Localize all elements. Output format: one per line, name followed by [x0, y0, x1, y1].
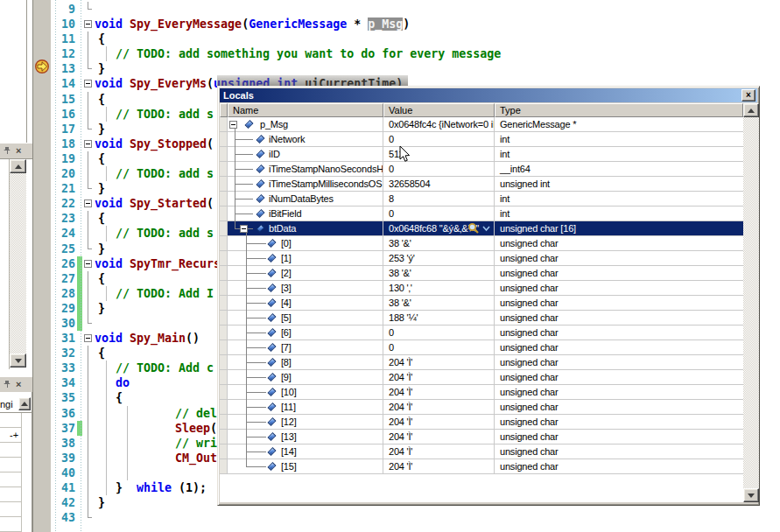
collapse-toggle-icon[interactable]	[84, 200, 92, 207]
row-margin	[220, 430, 228, 444]
value-cell[interactable]: 204 'Ì'	[383, 355, 495, 369]
value-cell[interactable]: 0	[383, 326, 495, 340]
list-item[interactable]	[0, 458, 22, 472]
value-cell[interactable]: 32658504	[383, 177, 495, 191]
locals-vertical-scrollbar[interactable]	[743, 103, 759, 502]
pin-icon[interactable]	[3, 380, 12, 389]
collapse-toggle-icon[interactable]	[84, 260, 92, 268]
list-item[interactable]: -+	[0, 428, 22, 443]
value-cell[interactable]: 0	[383, 132, 495, 146]
code-line[interactable]: 43	[52, 510, 780, 525]
locals-row[interactable]: [6]0unsigned char	[220, 326, 743, 340]
left-scrollbar[interactable]	[9, 159, 26, 369]
value-cell[interactable]: 130 '‚'	[383, 281, 495, 295]
outline-margin[interactable]	[82, 331, 95, 346]
value-cell[interactable]: 0	[383, 206, 495, 220]
locals-row[interactable]: [15]204 'Ì'unsigned char	[220, 459, 743, 474]
value-cell[interactable]: 0	[383, 340, 495, 354]
outline-margin[interactable]	[82, 136, 95, 151]
outline-margin[interactable]	[82, 17, 95, 32]
close-icon[interactable]: ×	[16, 380, 21, 389]
column-header-type[interactable]: Type	[495, 103, 743, 117]
scroll-down-button[interactable]	[10, 354, 26, 368]
locals-row[interactable]: [3]130 '‚'unsigned char	[220, 281, 743, 296]
scroll-track[interactable]	[743, 117, 759, 488]
collapse-toggle-icon[interactable]	[84, 334, 92, 342]
code-line[interactable]: 9	[52, 2, 780, 17]
value-cell[interactable]: 204 'Ì'	[383, 430, 495, 444]
code-line[interactable]: 12// TODO: add something you want to do …	[52, 46, 780, 61]
value-cell[interactable]: 204 'Ì'	[383, 459, 495, 473]
pin-icon[interactable]	[3, 146, 12, 156]
locals-row[interactable]: [2]38 '&'unsigned char	[220, 266, 743, 281]
locals-row[interactable]: [12]204 'Ì'unsigned char	[220, 415, 743, 430]
locals-row[interactable]: iID512int	[220, 147, 743, 162]
value-cell[interactable]: 8	[383, 192, 495, 206]
column-header-value[interactable]: Value	[383, 103, 495, 117]
value-cell[interactable]: 38 '&'	[383, 236, 495, 250]
breakpoint-margin[interactable]	[32, 0, 51, 532]
locals-row[interactable]: [1]253 'ý'unsigned char	[220, 251, 743, 266]
close-button[interactable]: ×	[741, 89, 755, 102]
value-cell[interactable]: 204 'Ì'	[383, 385, 495, 399]
value-cell[interactable]: 38 '&'	[383, 296, 495, 310]
scroll-up-button[interactable]	[743, 103, 759, 117]
outline-margin[interactable]	[82, 76, 95, 91]
locals-row[interactable]: [9]204 'Ì'unsigned char	[220, 370, 743, 385]
value-cell[interactable]: 204 'Ì'	[383, 444, 495, 458]
scroll-up-button[interactable]	[18, 397, 31, 410]
code-line[interactable]: 11{	[52, 32, 780, 46]
value-cell[interactable]: 204 'Ì'	[383, 415, 495, 429]
locals-row[interactable]: iTimeStampMillisecondsOS32658504unsigned…	[220, 177, 743, 192]
locals-titlebar[interactable]: Locals ×	[220, 88, 757, 102]
row-margin	[220, 162, 228, 176]
collapse-toggle-icon[interactable]	[84, 140, 92, 148]
locals-row[interactable]: [13]204 'Ì'unsigned char	[220, 430, 743, 444]
tree-expand-toggle[interactable]	[229, 121, 237, 129]
locals-row[interactable]: btData0x0648fc68 "&ý&‚&¼" unsigned char …	[220, 221, 743, 236]
value-cell[interactable]: 204 'Ì'	[383, 370, 495, 384]
list-item[interactable]	[0, 472, 22, 487]
scroll-track[interactable]	[10, 173, 26, 354]
value-cell[interactable]: 204 'Ì'	[383, 400, 495, 414]
tree-expand-toggle[interactable]	[240, 225, 248, 233]
locals-row[interactable]: [10]204 'Ì'unsigned char	[220, 385, 743, 400]
magnifier-dropdown-icon[interactable]	[482, 225, 490, 232]
outline-margin[interactable]	[82, 256, 95, 271]
list-item[interactable]	[0, 517, 22, 532]
list-item[interactable]	[0, 487, 22, 502]
value-cell[interactable]: 253 'ý'	[383, 251, 495, 265]
locals-row[interactable]: iTimeStampNanoSecondsHW0__int64	[220, 162, 743, 177]
value-cell[interactable]: 38 '&'	[383, 266, 495, 280]
scroll-down-button[interactable]	[743, 488, 759, 502]
code-text: }	[95, 61, 105, 76]
list-item[interactable]	[0, 443, 22, 458]
value-cell[interactable]: 188 '¼'	[383, 311, 495, 325]
column-header-name[interactable]: Name	[228, 103, 383, 117]
locals-row[interactable]: [14]204 'Ì'unsigned char	[220, 444, 743, 459]
locals-row[interactable]: iNumDataBytes8int	[220, 192, 743, 206]
outline-margin	[82, 242, 95, 256]
locals-row[interactable]: [7]0unsigned char	[220, 340, 743, 355]
value-cell[interactable]: 0	[383, 162, 495, 176]
locals-row[interactable]: iNetwork0int	[220, 132, 743, 147]
locals-row[interactable]: [4]38 '&'unsigned char	[220, 296, 743, 311]
scroll-up-button[interactable]	[10, 159, 26, 173]
outline-margin[interactable]	[82, 196, 95, 211]
list-item[interactable]	[0, 502, 22, 517]
value-cell[interactable]: 0x0648fc68 "&ý&‚&¼"	[383, 221, 495, 235]
code-line[interactable]: 13}	[52, 61, 780, 76]
collapse-toggle-icon[interactable]	[84, 20, 92, 28]
value-cell[interactable]: 0x0648fc4c {iNetwork=0 iID=5	[383, 117, 495, 131]
locals-row[interactable]: p_Msg0x0648fc4c {iNetwork=0 iID=5Generic…	[220, 117, 743, 132]
code-line[interactable]: 10void Spy_EveryMessage(GenericMessage *…	[52, 17, 780, 32]
locals-row[interactable]: [0]38 '&'unsigned char	[220, 236, 743, 251]
magnifier-icon[interactable]	[467, 222, 480, 234]
locals-row[interactable]: iBitField0int	[220, 206, 743, 221]
locals-row[interactable]: [11]204 'Ì'unsigned char	[220, 400, 743, 415]
list-item[interactable]	[0, 413, 22, 428]
locals-row[interactable]: [5]188 '¼'unsigned char	[220, 311, 743, 326]
collapse-toggle-icon[interactable]	[84, 80, 92, 88]
locals-row[interactable]: [8]204 'Ì'unsigned char	[220, 355, 743, 370]
close-icon[interactable]: ×	[16, 146, 21, 156]
